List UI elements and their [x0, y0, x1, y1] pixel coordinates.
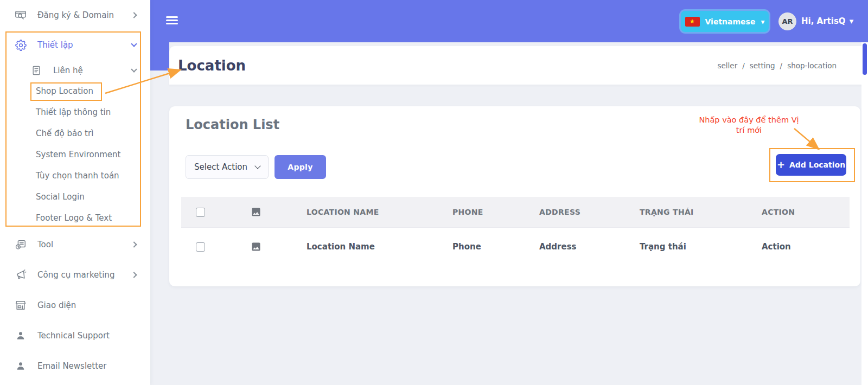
cell-address: Address: [539, 242, 640, 252]
sidebar-item-label: Giao diện: [37, 300, 76, 310]
chevron-right-icon: [131, 12, 137, 18]
vietnam-flag-icon: ★: [685, 17, 700, 27]
megaphone-icon: [14, 268, 27, 281]
sidebar-item-che-do-bao-tri[interactable]: Chế độ bảo trì: [0, 124, 150, 143]
cell-phone: Phone: [452, 242, 539, 252]
sidebar-item-label: Đăng ký & Domain: [37, 10, 114, 20]
row-checkbox[interactable]: [196, 242, 205, 252]
sidebar-item-system-environment[interactable]: System Environment: [0, 145, 150, 164]
scrollbar-track[interactable]: [861, 42, 868, 385]
greeting-text: Hi, ArtisQ: [801, 16, 846, 26]
sidebar-item-label: Footer Logo & Text: [36, 213, 112, 223]
table-header-row: LOCATION NAME PHONE ADDRESS TRẠNG THÁI A…: [181, 197, 850, 228]
sidebar-item-label: Tool: [37, 240, 53, 249]
card-title: Location List: [186, 117, 279, 132]
scrollbar-thumb[interactable]: [863, 43, 867, 75]
contact-document-icon: [30, 64, 43, 77]
page-title: Location: [178, 57, 246, 74]
seller-admin-app: ★ Vietnamese ▾ AR Hi, ArtisQ ▾ Đăng ký &…: [0, 0, 868, 385]
add-location-label: Add Location: [789, 161, 845, 169]
user-menu[interactable]: Hi, ArtisQ ▾: [801, 0, 853, 42]
chevron-down-icon: [131, 41, 137, 47]
sidebar-item-label: Thiết lập thông tin: [36, 107, 111, 117]
page-header-bar: Location seller / setting / shop-locatio…: [169, 46, 868, 85]
sidebar-item-label: Social Login: [36, 192, 85, 202]
domain-search-icon: [14, 9, 27, 22]
column-header-location-name: LOCATION NAME: [292, 208, 452, 216]
sidebar-item-label: Công cụ marketing: [37, 270, 114, 280]
sidebar-item-label: Thiết lập: [37, 40, 73, 50]
sidebar-item-giao-dien[interactable]: Giao diện: [0, 296, 150, 315]
language-label: Vietnamese: [705, 17, 756, 26]
image-column-icon: [219, 207, 292, 217]
breadcrumb: seller / setting / shop-location: [718, 61, 837, 70]
language-selector-button[interactable]: ★ Vietnamese ▾: [681, 11, 769, 32]
caret-down-icon: ▾: [761, 17, 764, 26]
table-row: Location Name Phone Address Trạng thái A…: [181, 228, 850, 266]
gear-icon: [14, 39, 27, 52]
tutorial-annotation: Nhấp vào đây để thêm Vị trí mới: [696, 115, 802, 136]
sidebar-item-label: Chế độ bảo trì: [36, 129, 93, 138]
column-header-action: ACTION: [762, 208, 850, 216]
menu-icon[interactable]: [166, 16, 178, 26]
select-all-checkbox[interactable]: [196, 208, 205, 217]
chevron-down-icon: [254, 163, 260, 169]
apply-button[interactable]: Apply: [275, 155, 326, 179]
navbar-corner-decoration: [150, 42, 169, 70]
sidebar-item-tool[interactable]: Tool: [0, 235, 150, 254]
sidebar: Đăng ký & Domain Thiết lập Liên hệ: [0, 0, 150, 385]
sidebar-item-label: Tùy chọn thanh toán: [36, 171, 119, 181]
sidebar-item-label: System Environment: [36, 150, 120, 159]
sidebar-item-label: Email Newsletter: [37, 361, 106, 371]
chevron-right-icon: [131, 272, 137, 278]
breadcrumb-seller[interactable]: seller: [718, 61, 738, 70]
column-header-address: ADDRESS: [539, 208, 640, 216]
row-image-placeholder-icon: [219, 241, 292, 252]
breadcrumb-setting[interactable]: setting: [750, 61, 775, 70]
avatar[interactable]: AR: [778, 12, 796, 30]
sidebar-item-dang-ky-domain[interactable]: Đăng ký & Domain: [0, 6, 150, 24]
sidebar-item-tuy-chon-thanh-toan[interactable]: Tùy chọn thanh toán: [0, 166, 150, 185]
sidebar-item-shop-location[interactable]: Shop Location: [0, 82, 150, 100]
plus-icon: +: [777, 159, 785, 170]
select-action-dropdown[interactable]: Select Action: [186, 155, 269, 179]
cell-location-name: Location Name: [292, 242, 452, 252]
sidebar-item-social-login[interactable]: Social Login: [0, 188, 150, 206]
column-header-phone: PHONE: [452, 208, 539, 216]
person-icon: [14, 329, 27, 342]
storefront-icon: [14, 299, 27, 312]
caret-down-icon: ▾: [850, 16, 854, 26]
sidebar-item-technical-support[interactable]: Technical Support: [0, 326, 150, 345]
sidebar-item-label: Technical Support: [37, 331, 110, 341]
sidebar-item-cong-cu-marketing[interactable]: Công cụ marketing: [0, 266, 150, 284]
chevron-down-icon: [131, 66, 137, 72]
sidebar-item-footer-logo-text[interactable]: Footer Logo & Text: [0, 209, 150, 227]
sidebar-item-thiet-lap-thong-tin[interactable]: Thiết lập thông tin: [0, 103, 150, 121]
location-table: LOCATION NAME PHONE ADDRESS TRẠNG THÁI A…: [181, 197, 850, 266]
sidebar-item-lien-he[interactable]: Liên hệ: [0, 61, 150, 80]
cell-action: Action: [762, 242, 850, 252]
sidebar-item-label: Shop Location: [36, 86, 93, 96]
cell-status: Trạng thái: [640, 242, 762, 252]
breadcrumb-separator: /: [780, 61, 783, 70]
person-icon: [14, 360, 27, 373]
sidebar-item-thiet-lap[interactable]: Thiết lập: [0, 36, 150, 54]
column-header-status: TRẠNG THÁI: [640, 208, 762, 216]
sidebar-item-email-newsletter[interactable]: Email Newsletter: [0, 357, 150, 375]
tool-icon: [14, 238, 27, 251]
chevron-right-icon: [131, 241, 137, 247]
breadcrumb-shop-location: shop-location: [787, 61, 837, 70]
select-action-value: Select Action: [194, 162, 247, 172]
sidebar-item-label: Liên hệ: [53, 66, 83, 75]
add-location-button[interactable]: + Add Location: [776, 154, 846, 176]
breadcrumb-separator: /: [742, 61, 745, 70]
